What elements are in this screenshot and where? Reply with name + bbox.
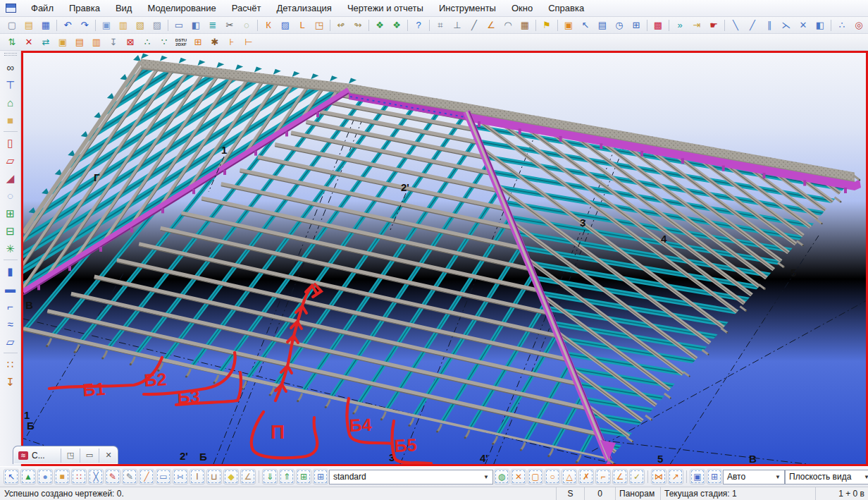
redo-button[interactable]: ↷ (78, 18, 92, 32)
auto-combo[interactable]: Авто▼ (723, 470, 785, 484)
snap-cross-button[interactable]: ✕ (796, 18, 810, 32)
close-button[interactable]: ✕ (99, 449, 118, 463)
osnap-cross-button[interactable]: ✗ (578, 469, 594, 484)
calendar-button[interactable]: ⊞ (629, 18, 643, 32)
new-document-button[interactable]: ▢ (5, 18, 19, 32)
menu-инструменты[interactable]: Инструменты (431, 1, 504, 16)
snap-pencil-button[interactable]: ✎ (122, 469, 137, 484)
bolts-button[interactable]: ∷ (3, 356, 18, 372)
create-view-2-button[interactable]: ❖ (390, 18, 404, 32)
osnap-triangle-button[interactable]: △ (562, 469, 577, 484)
snap-ball-button[interactable]: ● (37, 469, 53, 484)
no-view-button[interactable]: ⊠ (123, 35, 137, 49)
snap-points-button[interactable]: ∷ (71, 469, 87, 484)
phase-manager-button[interactable]: ▣ (562, 18, 576, 32)
select-region-button[interactable]: ◌ (3, 188, 18, 204)
menu-чертежи-и-отчеты[interactable]: Чертежи и отчеты (340, 1, 431, 16)
anchor-drop-button[interactable]: ↧ (3, 374, 18, 390)
bolt-pair-button[interactable]: ✱ (208, 35, 222, 49)
snap-lines-button[interactable]: ╳ (88, 469, 104, 484)
profile-u-button[interactable]: ⊔ (206, 469, 222, 484)
explode-object-button[interactable]: ✳ (3, 240, 18, 257)
copy-button[interactable]: ▣ (99, 18, 113, 32)
measure-angle-button[interactable]: ∠ (484, 18, 498, 32)
grid-tool-button[interactable]: ⌗ (433, 18, 447, 32)
component-catalog-button[interactable]: К (261, 18, 275, 32)
create-view-1-button[interactable]: ❖ (373, 18, 387, 32)
menu-правка[interactable]: Правка (61, 1, 108, 16)
export-folder-button[interactable]: ⇥ (690, 18, 704, 32)
grid-export-button[interactable]: ⊞ (191, 35, 205, 49)
snap-pen-button[interactable]: ✎ (105, 469, 120, 484)
fly-previous-button[interactable]: ↫ (334, 18, 348, 32)
osnap-circle-button[interactable]: ○ (545, 469, 560, 484)
drop-arrow-button[interactable]: ↧ (106, 35, 120, 49)
pattern-red-button[interactable]: ▩ (651, 18, 665, 32)
hierarchy-1-button[interactable]: ∴ (140, 35, 154, 49)
osnap-x-button[interactable]: ✕ (511, 469, 526, 484)
fast-forward-button[interactable]: » (673, 18, 687, 32)
snap-parallel-button[interactable]: ∥ (762, 18, 776, 32)
menu-файл[interactable]: Файл (23, 1, 61, 16)
beam-steel-button[interactable]: ▬ (3, 281, 18, 297)
select-area-button[interactable]: ◌ (240, 18, 254, 32)
measure-distance-button[interactable]: ╱ (467, 18, 481, 32)
osnap-square-button[interactable]: ▢ (528, 469, 543, 484)
paste-orange-1-button[interactable]: ▤ (73, 35, 87, 49)
help-button[interactable]: ? (411, 18, 426, 32)
copy-special-button[interactable]: ▥ (116, 18, 130, 32)
database-catalog-button[interactable]: ▨ (278, 18, 292, 32)
render-globe-button[interactable]: ◍ (494, 469, 509, 484)
view-settings-combo[interactable]: standard▼ (329, 470, 493, 484)
cut-button[interactable]: ✂ (223, 18, 237, 32)
snap-divide-button[interactable]: ∴ (835, 18, 849, 32)
snap-rect-button[interactable]: ▭ (156, 469, 171, 484)
osnap-angle-button[interactable]: ∠ (612, 469, 628, 484)
level-down-button[interactable]: ⇓ (262, 469, 278, 484)
paste-orange-2-button[interactable]: ▥ (89, 35, 104, 49)
menu-вид[interactable]: Вид (108, 1, 140, 16)
select-pointer-button[interactable]: ↖ (4, 469, 19, 484)
osnap-check-button[interactable]: ✓ (629, 469, 645, 484)
snap-line-button[interactable]: ╲ (728, 18, 743, 32)
undo-button[interactable]: ↶ (61, 18, 75, 32)
pin-button[interactable]: ⚑ (540, 18, 554, 32)
save-model-button[interactable]: ▦ (39, 18, 53, 32)
hierarchy-2-button[interactable]: ∵ (157, 35, 171, 49)
grid-down-button[interactable]: ⊞ (296, 469, 311, 484)
model-viewport[interactable]: Г12'345В1Б2'Б34'5ВБ1Б2Б3ПБ4Б5 (21, 51, 868, 466)
snap-center-button[interactable]: ◎ (852, 18, 866, 32)
view-plane-button[interactable]: ⊤ (3, 77, 18, 93)
copy-object-button[interactable]: ⊟ (3, 223, 18, 239)
notes-button[interactable]: ▤ (595, 18, 609, 32)
view-plane-combo[interactable]: Плоскость вида▼ (785, 470, 868, 484)
grid-frame-button[interactable]: ▦ (518, 18, 532, 32)
level-up-button[interactable]: ⇑ (279, 469, 294, 484)
snap-brush-button[interactable]: ╱ (139, 469, 154, 484)
paste-button[interactable]: ▧ (133, 18, 147, 32)
view-grid-button[interactable]: ⊞ (707, 469, 722, 484)
dstu-2dxf-button[interactable]: DSTU2DXF (174, 35, 188, 49)
fly-next-button[interactable]: ↬ (351, 18, 365, 32)
osnap-arrow-button[interactable]: ↗ (668, 469, 683, 484)
view-list-button[interactable]: ≣ (206, 18, 220, 32)
column-steel-button[interactable]: ▮ (3, 263, 18, 279)
menu-моделирование[interactable]: Моделирование (140, 1, 223, 16)
snap-grid-dots-button[interactable]: ∺ (173, 469, 188, 484)
part-red-slash-button[interactable]: ▱ (3, 152, 18, 169)
grid-up-button[interactable]: ⊞ (313, 469, 328, 484)
plate-flat-button[interactable]: ▱ (3, 334, 18, 350)
flag-left-button[interactable]: ⊦ (225, 35, 239, 49)
snap-cone-button[interactable]: ▲ (20, 469, 36, 484)
open-model-button[interactable]: ▤ (22, 18, 36, 32)
task-clock-button[interactable]: ◷ (612, 18, 626, 32)
edit-pointer-button[interactable]: ↖ (578, 18, 593, 32)
osnap-corner-button[interactable]: ⌐ (595, 469, 611, 484)
osnap-hourglass-button[interactable]: ⋈ (651, 469, 666, 484)
paste-special-button[interactable]: ▨ (150, 18, 164, 32)
create-view-button[interactable]: ⌂ (3, 94, 18, 111)
view-window-titlebar[interactable]: ≋ С... ◳ ▭ ✕ (13, 446, 118, 464)
menu-окно[interactable]: Окно (504, 1, 540, 16)
profile-catalog-button[interactable]: L (295, 18, 309, 32)
angle-tool-button[interactable]: ∠ (240, 469, 256, 484)
